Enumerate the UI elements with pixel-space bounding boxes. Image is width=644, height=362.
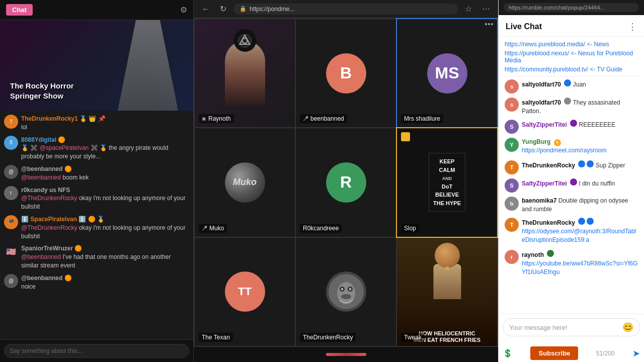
- list-item: 🇺🇸 SpaniorTreWruzer 🟠 @beenbanned I've h…: [4, 244, 189, 269]
- list-item: b baenomika7 Double dipping on odysee an…: [505, 197, 638, 214]
- avatar: 🇺🇸: [4, 244, 18, 258]
- rumble-link-tv[interactable]: https://community.pureblood.tv/ <- TV Gu…: [505, 66, 638, 73]
- participant-cell-keepcalm: KEEPCALMANDDoTBELIEVETHE HYPE Slop: [397, 128, 497, 236]
- list-item: S SaltyZipperTitei I din du nuffin: [505, 178, 638, 193]
- avatar: 8: [4, 136, 18, 150]
- participant-cell-beenbanned: B 🎤 beenbanned: [296, 19, 396, 127]
- live-chat-menu-button[interactable]: ⋮: [628, 21, 637, 32]
- gear-icon[interactable]: ⚙: [180, 5, 187, 15]
- left-chat-input-area: Say something about this...: [0, 339, 193, 362]
- obs-icon: [237, 33, 253, 48]
- url-text: https://pondme...: [250, 6, 294, 13]
- left-chat-input[interactable]: Say something about this...: [4, 344, 189, 358]
- participant-name-slop: Slop: [401, 224, 419, 233]
- send-button[interactable]: ➤: [632, 348, 640, 359]
- reload-button[interactable]: ↻: [217, 3, 229, 15]
- emoji-button[interactable]: 😊: [622, 322, 633, 333]
- star-button[interactable]: ☆: [462, 3, 475, 15]
- avatar-mrsshadilure: MS: [427, 53, 467, 94]
- list-item: 🏴 ℹ️ SpacePiratelvan ℹ️ 🟠 🏅 @TheDrunkenR…: [4, 215, 189, 240]
- badge-icon: [564, 98, 571, 105]
- avatar-muko: Muko: [225, 162, 265, 203]
- right-panel: https://rumble.com/chat/popup/24464... L…: [498, 0, 644, 362]
- participant-cell-thetexan: TT The Texan: [195, 238, 295, 346]
- badge-icon: [570, 120, 577, 127]
- avatar-thetexan: TT: [225, 272, 265, 312]
- badge-icon: [564, 79, 571, 86]
- avatar: r: [4, 186, 18, 200]
- subscribe-button[interactable]: Subscribe: [530, 346, 578, 360]
- avatar: S: [505, 120, 519, 134]
- participant-name-muko: 🎤 Muko: [199, 224, 227, 233]
- participant-name-r0kcandreee: R0kcandreee: [300, 224, 342, 233]
- badge-icon: Y: [554, 139, 561, 146]
- rumble-link-raysroom[interactable]: https://pondmeet.com/raysroom: [522, 146, 638, 155]
- rumble-link-youtube[interactable]: https://youtube.be/ww47bR86wSc?si=Yf6GYf…: [522, 259, 638, 277]
- bottom-indicator: [326, 353, 366, 356]
- rumble-footer: 💲 Subscribe 51/200 ➤: [499, 344, 644, 362]
- stream-thumbnail: The Rocky Horror Springer Show: [0, 20, 193, 111]
- participant-cell-thedrunkenrocky: TheDrunkenRocky: [296, 238, 396, 346]
- right-topbar: https://rumble.com/chat/popup/24464...: [499, 0, 644, 15]
- participant-name-tweak: Tweak: [401, 333, 425, 342]
- avatar: T: [4, 115, 18, 129]
- menu-button[interactable]: ⋯: [479, 3, 493, 15]
- rumble-input-area: Your message here! 😊: [499, 314, 644, 344]
- helio-face: [435, 243, 460, 268]
- thumbnail-figure: [118, 20, 178, 111]
- back-button[interactable]: ←: [199, 4, 213, 15]
- list-item: 8 8088Ydigital 🟠 🏅 ✖️ @spacePiratelvan ✖…: [4, 136, 189, 161]
- list-item: S SaltyZipperTitei REEEEEEEE: [505, 120, 638, 134]
- left-header: Chat ⚙: [0, 0, 193, 20]
- avatar: Y: [505, 138, 519, 152]
- badge-icon-2: [587, 218, 594, 225]
- live-chat-title: Live Chat: [506, 22, 542, 31]
- participant-cell-raynoth: ▣ Raynoth: [195, 19, 295, 127]
- avatar: s: [505, 98, 519, 112]
- list-item: @ @beenbanned 🟠 noice: [4, 274, 189, 291]
- list-item: @ @beenbanned 🟠 @beenbanned boom kek: [4, 165, 189, 182]
- left-panel: Chat ⚙ The Rocky Horror Springer Show T …: [0, 0, 194, 362]
- avatar-r0kcandreee: R: [326, 162, 366, 203]
- live-chat-header: Live Chat ⋮: [499, 15, 644, 37]
- bottom-bar: [194, 347, 498, 362]
- video-grid: ▣ Raynoth B 🎤 beenbanned MS Mrs shadilur…: [194, 18, 498, 347]
- list-item: s saltyoldfart70 Juan: [505, 79, 638, 94]
- avatar: S: [505, 178, 519, 193]
- list-item: s saltyoldfart70 They assasinated Patton…: [505, 98, 638, 116]
- gold-badge: [401, 132, 410, 141]
- avatar: T: [505, 218, 519, 232]
- avatar: @: [4, 274, 18, 288]
- participant-name-beenbanned: 🎤 beenbanned: [300, 114, 347, 123]
- list-item: T TheDrunkenRocky1 🏅 👑 📌 lol: [4, 115, 189, 132]
- list-item: r r0kcandy us NFS @TheDrunkenRocky okay …: [4, 186, 189, 211]
- rumble-input-placeholder: Your message here!: [509, 324, 622, 331]
- badge-icon: [578, 160, 585, 167]
- svg-point-7: [341, 288, 343, 291]
- list-item: T TheDrunkenRocky Sup Zipper: [505, 160, 638, 174]
- participant-cell-tweak: HOW HELIOCENTRICMEN EAT FRENCH FRIES Twe…: [397, 238, 497, 346]
- badge-icon-2: [587, 160, 594, 167]
- participant-cell-mrsshadilure: MS Mrs shadilure: [397, 19, 497, 127]
- rumble-link-odysee[interactable]: https://odysee.com/@raynoth:3/RoundTable…: [522, 227, 638, 244]
- avatar: T: [505, 160, 519, 174]
- keep-calm-sign: KEEPCALMANDDoTBELIEVETHE HYPE: [429, 153, 465, 212]
- url-bar[interactable]: 🔒 https://pondme...: [233, 4, 458, 15]
- avatar-thedrunkenrocky: [326, 272, 366, 312]
- rocky-face-svg: [329, 274, 364, 309]
- lock-icon: 🔒: [239, 6, 247, 12]
- rumble-message-input[interactable]: Your message here! 😊: [503, 318, 640, 336]
- list-item: Y YungBurg Y https://pondmeet.com/raysro…: [505, 138, 638, 157]
- participant-cell-muko: Muko 🎤 Muko: [195, 128, 295, 236]
- rumble-link-news[interactable]: https://news.pureblood.media/ <- News: [505, 41, 638, 48]
- participant-name-raynoth: ▣ Raynoth: [199, 114, 234, 123]
- divider: [505, 76, 638, 76]
- svg-point-6: [341, 294, 351, 299]
- participant-name-mrsshadilure: Mrs shadilure: [401, 114, 443, 123]
- char-count: 51/200: [596, 350, 615, 357]
- participant-name-thedrunkenrocky: TheDrunkenRocky: [300, 333, 356, 342]
- list-item: r raynoth https://youtube.be/ww47bR86wSc…: [505, 250, 638, 278]
- svg-point-8: [349, 288, 351, 291]
- avatar: 🏴: [4, 215, 18, 229]
- rumble-link-nexus[interactable]: https://pureblood.nexus/ <- Nexus for Pu…: [505, 50, 638, 64]
